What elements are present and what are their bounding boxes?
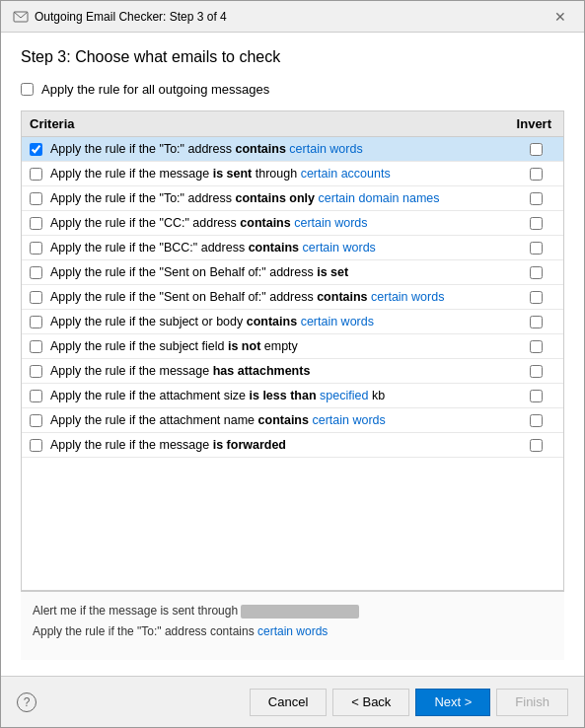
help-button[interactable]: ?	[17, 692, 37, 712]
criteria-text-5: Apply the rule if the "Sent on Behalf of…	[50, 265, 348, 279]
criteria-checkbox-11[interactable]	[30, 414, 42, 427]
criteria-right-0	[516, 143, 555, 156]
table-row[interactable]: Apply the rule if the message is forward…	[22, 433, 563, 458]
criteria-checkbox-8[interactable]	[30, 340, 42, 353]
criteria-header: Criteria Invert	[22, 111, 563, 137]
apply-all-checkbox[interactable]	[21, 83, 34, 96]
title-bar: Outgoing Email Checker: Step 3 of 4 ✕	[1, 1, 584, 33]
criteria-text-12: Apply the rule if the message is forward…	[50, 438, 286, 452]
invert-checkbox-6[interactable]	[530, 291, 543, 304]
table-row[interactable]: Apply the rule if the message is sent th…	[22, 162, 563, 186]
criteria-checkbox-5[interactable]	[30, 266, 42, 279]
invert-checkbox-3[interactable]	[530, 217, 543, 230]
criteria-checkbox-10[interactable]	[30, 390, 42, 402]
invert-checkbox-5[interactable]	[530, 266, 543, 279]
back-button[interactable]: < Back	[332, 689, 409, 716]
invert-checkbox-12[interactable]	[530, 439, 543, 452]
criteria-left: Apply the rule if the "CC:" address cont…	[30, 216, 516, 230]
invert-checkbox-1[interactable]	[530, 168, 543, 181]
summary-line2-link[interactable]: certain words	[257, 624, 328, 638]
invert-checkbox-2[interactable]	[530, 192, 543, 205]
criteria-column-label: Criteria	[30, 116, 75, 131]
criteria-checkbox-7[interactable]	[30, 316, 42, 328]
cancel-button[interactable]: Cancel	[250, 689, 327, 716]
criteria-text-8: Apply the rule if the subject field is n…	[50, 339, 298, 353]
table-row[interactable]: Apply the rule if the "Sent on Behalf of…	[22, 260, 563, 285]
criteria-text-11: Apply the rule if the attachment name co…	[50, 413, 386, 427]
criteria-right-1	[516, 168, 555, 181]
criteria-left: Apply the rule if the "BCC:" address con…	[30, 241, 516, 255]
criteria-right-6	[516, 291, 555, 304]
criteria-checkbox-2[interactable]	[30, 192, 42, 205]
summary-line2-prefix: Apply the rule if the "To:" address cont…	[33, 624, 257, 638]
criteria-checkbox-3[interactable]	[30, 217, 42, 230]
criteria-list: Apply the rule if the "To:" address cont…	[22, 137, 563, 590]
table-row[interactable]: Apply the rule if the "To:" address cont…	[22, 137, 563, 162]
criteria-left: Apply the rule if the attachment size is…	[30, 389, 516, 402]
criteria-left: Apply the rule if the "To:" address cont…	[30, 191, 516, 205]
summary-line-2: Apply the rule if the "To:" address cont…	[33, 622, 552, 640]
invert-column-label: Invert	[517, 116, 555, 131]
table-row[interactable]: Apply the rule if the message has attach…	[22, 359, 563, 384]
criteria-checkbox-6[interactable]	[30, 291, 42, 304]
criteria-left: Apply the rule if the subject or body co…	[30, 315, 516, 328]
invert-checkbox-10[interactable]	[530, 390, 543, 402]
dialog-footer: ? Cancel < Back Next > Finish	[1, 676, 584, 727]
criteria-checkbox-9[interactable]	[30, 365, 42, 378]
criteria-left: Apply the rule if the "To:" address cont…	[30, 142, 516, 156]
table-row[interactable]: Apply the rule if the "BCC:" address con…	[22, 236, 563, 260]
finish-button[interactable]: Finish	[496, 689, 568, 716]
apply-all-row: Apply the rule for all outgoing messages	[21, 82, 564, 97]
criteria-checkbox-0[interactable]	[30, 143, 42, 156]
criteria-left: Apply the rule if the "Sent on Behalf of…	[30, 265, 516, 279]
criteria-left: Apply the rule if the message has attach…	[30, 364, 516, 378]
table-row[interactable]: Apply the rule if the attachment size is…	[22, 384, 563, 408]
summary-blurred	[241, 605, 359, 619]
criteria-right-2	[516, 192, 555, 205]
close-button[interactable]: ✕	[548, 7, 572, 27]
criteria-text-9: Apply the rule if the message has attach…	[50, 364, 310, 378]
criteria-checkbox-1[interactable]	[30, 168, 42, 181]
invert-checkbox-0[interactable]	[530, 143, 543, 156]
criteria-text-2: Apply the rule if the "To:" address cont…	[50, 191, 440, 205]
step-title: Step 3: Choose what emails to check	[21, 48, 564, 66]
criteria-right-5	[516, 266, 555, 279]
criteria-section: Criteria Invert Apply the rule if the "T…	[21, 110, 564, 591]
footer-buttons: Cancel < Back Next > Finish	[250, 689, 568, 716]
next-button[interactable]: Next >	[415, 689, 490, 716]
footer-left: ?	[17, 692, 37, 712]
apply-all-label: Apply the rule for all outgoing messages	[41, 82, 269, 97]
criteria-text-3: Apply the rule if the "CC:" address cont…	[50, 216, 368, 230]
criteria-text-1: Apply the rule if the message is sent th…	[50, 167, 391, 181]
criteria-right-12	[516, 439, 555, 452]
criteria-checkbox-12[interactable]	[30, 439, 42, 452]
invert-checkbox-11[interactable]	[530, 414, 543, 427]
criteria-right-3	[516, 217, 555, 230]
table-row[interactable]: Apply the rule if the subject or body co…	[22, 310, 563, 334]
criteria-text-0: Apply the rule if the "To:" address cont…	[50, 142, 363, 156]
table-row[interactable]: Apply the rule if the attachment name co…	[22, 408, 563, 433]
invert-checkbox-9[interactable]	[530, 365, 543, 378]
summary-line1-prefix: Alert me if the message is sent through	[33, 604, 241, 618]
criteria-right-9	[516, 365, 555, 378]
table-row[interactable]: Apply the rule if the "Sent on Behalf of…	[22, 285, 563, 310]
criteria-right-11	[516, 414, 555, 427]
table-row[interactable]: Apply the rule if the subject field is n…	[22, 334, 563, 359]
criteria-right-8	[516, 340, 555, 353]
criteria-text-10: Apply the rule if the attachment size is…	[50, 389, 385, 402]
invert-checkbox-4[interactable]	[530, 242, 543, 255]
criteria-left: Apply the rule if the "Sent on Behalf of…	[30, 290, 516, 304]
criteria-left: Apply the rule if the attachment name co…	[30, 413, 516, 427]
criteria-text-6: Apply the rule if the "Sent on Behalf of…	[50, 290, 444, 304]
table-row[interactable]: Apply the rule if the "CC:" address cont…	[22, 211, 563, 236]
criteria-left: Apply the rule if the subject field is n…	[30, 339, 516, 353]
title-bar-title: Outgoing Email Checker: Step 3 of 4	[35, 10, 227, 24]
invert-checkbox-7[interactable]	[530, 316, 543, 328]
criteria-checkbox-4[interactable]	[30, 242, 42, 255]
dialog-content: Step 3: Choose what emails to check Appl…	[1, 33, 584, 676]
table-row[interactable]: Apply the rule if the "To:" address cont…	[22, 186, 563, 211]
invert-checkbox-8[interactable]	[530, 340, 543, 353]
summary-section: Alert me if the message is sent through …	[21, 591, 564, 660]
criteria-text-7: Apply the rule if the subject or body co…	[50, 315, 374, 328]
title-bar-left: Outgoing Email Checker: Step 3 of 4	[13, 9, 227, 25]
